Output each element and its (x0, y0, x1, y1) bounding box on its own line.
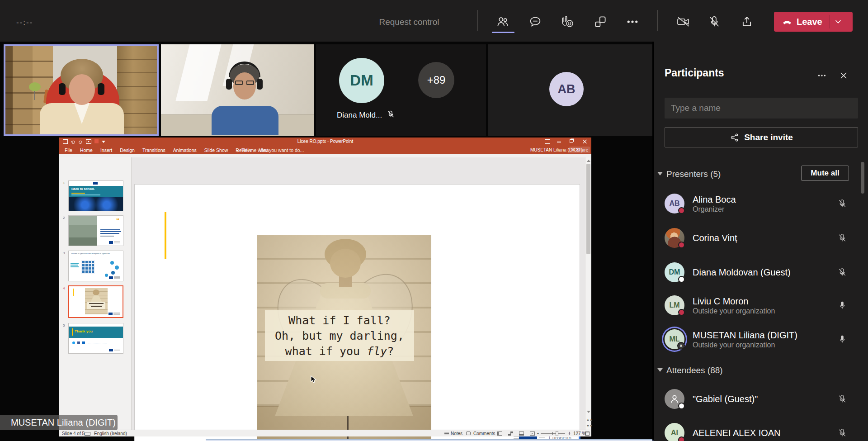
mic-off-icon[interactable] (837, 233, 847, 243)
restore-icon[interactable] (570, 139, 573, 143)
mic-off-icon[interactable] (837, 394, 847, 404)
teams-meeting-window: --:-- Request control (0, 0, 868, 441)
panel-scrollbar-thumb[interactable] (861, 162, 864, 194)
zoom-level[interactable]: 127 % (573, 431, 586, 436)
notes-icon[interactable] (444, 432, 449, 436)
minimize-icon[interactable] (557, 142, 561, 142)
tab-slideshow[interactable]: Slide Show (204, 147, 228, 153)
participant-row[interactable]: AI AELENEI ALEX IOAN (658, 418, 864, 441)
participant-row[interactable]: ML× MUSETAN Liliana (DIGIT) Outside your… (658, 325, 864, 354)
participant-row[interactable]: Corina Vinț (658, 223, 864, 252)
camera-toggle-button[interactable] (675, 13, 692, 30)
participants-button[interactable] (494, 13, 511, 30)
title-band: Thank you (69, 327, 123, 338)
tab-insert[interactable]: Insert (100, 147, 112, 153)
leave-button[interactable]: Leave (774, 12, 853, 32)
reactions-button[interactable] (559, 13, 576, 30)
mic-off-icon[interactable] (837, 428, 847, 438)
comments-icon[interactable] (466, 432, 471, 435)
video-tile-grouped[interactable]: DM +89 Diana Mold... (316, 44, 486, 136)
language-label[interactable]: English (Ireland) (94, 431, 127, 436)
ribbon-options-icon[interactable] (545, 139, 550, 144)
zoom-in-button[interactable]: + (568, 430, 571, 436)
video-tile-active-speaker[interactable] (4, 44, 159, 136)
diagram-node (115, 266, 119, 270)
slide-thumbnail-2[interactable]: “ (68, 215, 123, 246)
mic-off-icon[interactable] (837, 199, 847, 209)
more-actions-button[interactable] (624, 13, 641, 30)
avatar: DM (339, 58, 384, 103)
eu-logo (93, 182, 98, 185)
mute-all-button[interactable]: Mute all (801, 166, 849, 181)
attendees-section-header[interactable]: Attendees (88) (654, 365, 868, 380)
notes-button[interactable]: Notes (451, 431, 462, 436)
tab-design[interactable]: Design (120, 147, 135, 153)
eu-logo-small (109, 349, 121, 351)
reading-view-icon[interactable] (519, 432, 524, 436)
mic-on-icon[interactable] (837, 334, 847, 344)
slide-thumbnail-4-selected[interactable] (68, 285, 123, 318)
mic-off-icon[interactable] (837, 267, 847, 277)
person-icon (571, 148, 575, 152)
mic-toggle-button[interactable] (706, 13, 723, 30)
previous-slide-button[interactable]: ▲▲ (586, 417, 591, 422)
participant-name: "Gabiel (Guest)" (693, 394, 758, 404)
slide-thumbnail-1[interactable]: Back to school. (68, 180, 123, 211)
subtitle-bar (71, 194, 100, 195)
panel-more-button[interactable] (816, 70, 828, 81)
avatar: AB (549, 72, 584, 106)
tab-animations[interactable]: Animations (173, 147, 197, 153)
breakout-rooms-button[interactable] (592, 13, 609, 30)
scroll-down-arrow[interactable] (587, 411, 590, 413)
person-sweater (212, 106, 278, 135)
status-busy-dot (678, 436, 685, 441)
text-line (71, 265, 78, 266)
scroll-up-arrow[interactable] (587, 160, 590, 162)
zoom-out-button[interactable]: - (537, 430, 539, 436)
more-ellipsis-icon (817, 71, 827, 81)
avatar-photo (665, 228, 684, 248)
video-tile-participant[interactable] (161, 44, 314, 136)
slideshow-view-icon[interactable] (530, 432, 535, 436)
panel-title: Participants (665, 67, 724, 79)
search-input[interactable] (665, 98, 858, 119)
slide-thumbnail-3[interactable]: 'No one is cybersafe until everyone is c… (68, 251, 123, 281)
zoom-slider-track[interactable] (541, 433, 565, 434)
photo-caption: What if I fall? Oh, but my darling, what… (265, 310, 414, 361)
chevron-down-icon[interactable] (835, 18, 842, 25)
share-invite-button[interactable]: Share invite (665, 127, 858, 147)
participant-row[interactable]: DM Diana Moldovan (Guest) (658, 258, 864, 287)
ppt-share-button[interactable]: Share (569, 147, 590, 153)
chat-button[interactable] (527, 13, 544, 30)
keyboard-language-icon[interactable] (85, 432, 90, 436)
request-control-button[interactable]: Request control (366, 17, 452, 27)
participant-row[interactable]: "Gabiel (Guest)" (658, 384, 864, 413)
participant-row[interactable]: LM Liviu C Moron Outside your organizati… (658, 291, 864, 320)
fairy-photo-small (85, 288, 108, 314)
mic-off-icon (708, 15, 721, 28)
headphone-earcup (59, 83, 66, 95)
scrollbar-thumb[interactable] (586, 164, 590, 254)
comments-button[interactable]: Comments (473, 431, 495, 436)
fit-to-window-icon[interactable] (585, 432, 590, 436)
tab-home[interactable]: Home (80, 147, 93, 153)
normal-view-icon[interactable] (497, 432, 502, 436)
text-line (71, 263, 79, 264)
presenters-section-header[interactable]: Presenters (5) Mute all (654, 169, 868, 184)
tab-transitions[interactable]: Transitions (142, 147, 165, 153)
slide-scrollbar[interactable]: ▲▲ ▼▼ (585, 157, 591, 430)
mic-on-icon[interactable] (837, 300, 847, 310)
share-content-button[interactable] (738, 13, 755, 30)
next-slide-button[interactable]: ▼▼ (586, 423, 591, 428)
panel-close-button[interactable] (838, 70, 849, 81)
overflow-count-badge: +89 (418, 62, 454, 98)
participant-row[interactable]: AB Alina Boca Organizer (658, 189, 864, 218)
tell-me-box[interactable]: Tell me what you want to do... (235, 146, 304, 154)
slide-thumbnail-5[interactable]: Thank you (68, 323, 123, 354)
zoom-slider-thumb[interactable] (556, 431, 558, 436)
close-icon[interactable] (582, 139, 587, 144)
slide-sorter-view-icon[interactable] (508, 432, 513, 436)
video-tile-participant[interactable]: AB (488, 44, 652, 136)
lamp-stand (34, 91, 35, 100)
tab-file[interactable]: File (65, 147, 72, 153)
